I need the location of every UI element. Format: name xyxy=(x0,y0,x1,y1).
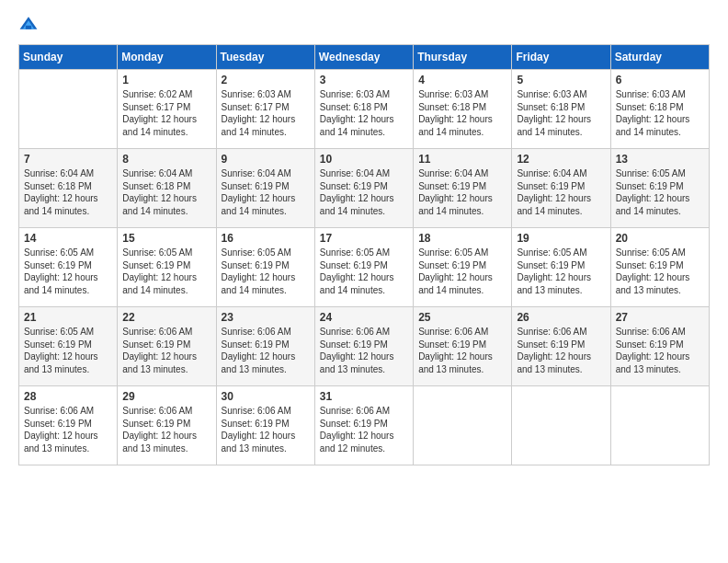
day-info: Sunrise: 6:03 AMSunset: 6:18 PMDaylight:… xyxy=(418,88,507,138)
day-cell: 2Sunrise: 6:03 AMSunset: 6:17 PMDaylight… xyxy=(216,70,314,149)
sunset-text: Sunset: 6:18 PM xyxy=(122,181,190,191)
day-number: 6 xyxy=(616,74,705,86)
sunrise-text: Sunrise: 6:05 AM xyxy=(222,247,291,258)
col-header-tuesday: Tuesday xyxy=(216,45,314,70)
day-number: 1 xyxy=(122,74,211,86)
sunset-text: Sunset: 6:19 PM xyxy=(320,260,388,270)
day-info: Sunrise: 6:06 AMSunset: 6:19 PMDaylight:… xyxy=(122,405,211,454)
day-cell: 8Sunrise: 6:04 AMSunset: 6:18 PMDaylight… xyxy=(118,149,216,228)
day-cell: 3Sunrise: 6:03 AMSunset: 6:18 PMDaylight… xyxy=(314,70,413,149)
daylight-text: Daylight: 12 hours and 14 minutes. xyxy=(122,193,197,216)
day-number: 18 xyxy=(418,232,507,245)
daylight-text: Daylight: 12 hours and 14 minutes. xyxy=(517,114,591,137)
sunset-text: Sunset: 6:19 PM xyxy=(24,339,92,350)
sunrise-text: Sunrise: 6:05 AM xyxy=(616,168,686,178)
day-info: Sunrise: 6:03 AMSunset: 6:18 PMDaylight:… xyxy=(517,88,606,138)
day-cell: 7Sunrise: 6:04 AMSunset: 6:18 PMDaylight… xyxy=(19,149,118,228)
sunrise-text: Sunrise: 6:05 AM xyxy=(320,247,390,258)
day-number: 20 xyxy=(616,232,705,245)
col-header-thursday: Thursday xyxy=(414,45,512,70)
day-number: 2 xyxy=(222,74,311,86)
daylight-text: Daylight: 12 hours and 14 minutes. xyxy=(418,114,493,137)
day-info: Sunrise: 6:06 AMSunset: 6:19 PMDaylight:… xyxy=(418,326,507,375)
daylight-text: Daylight: 12 hours and 14 minutes. xyxy=(616,193,690,216)
day-cell: 14Sunrise: 6:05 AMSunset: 6:19 PMDayligh… xyxy=(19,228,118,307)
day-cell xyxy=(610,386,709,465)
daylight-text: Daylight: 12 hours and 14 minutes. xyxy=(24,272,98,295)
daylight-text: Daylight: 12 hours and 14 minutes. xyxy=(122,114,197,137)
sunrise-text: Sunrise: 6:02 AM xyxy=(122,89,192,99)
week-row-1: 1Sunrise: 6:02 AMSunset: 6:17 PMDaylight… xyxy=(19,70,710,149)
sunrise-text: Sunrise: 6:03 AM xyxy=(222,89,291,99)
daylight-text: Daylight: 12 hours and 13 minutes. xyxy=(517,351,591,374)
sunset-text: Sunset: 6:19 PM xyxy=(418,181,486,191)
day-number: 13 xyxy=(616,153,705,166)
day-number: 10 xyxy=(320,153,409,166)
sunset-text: Sunset: 6:19 PM xyxy=(122,419,190,429)
day-number: 15 xyxy=(122,232,211,245)
sunset-text: Sunset: 6:18 PM xyxy=(616,102,684,112)
day-number: 27 xyxy=(616,311,705,324)
day-info: Sunrise: 6:03 AMSunset: 6:18 PMDaylight:… xyxy=(616,88,705,138)
day-cell: 16Sunrise: 6:05 AMSunset: 6:19 PMDayligh… xyxy=(216,228,314,307)
sunrise-text: Sunrise: 6:04 AM xyxy=(122,168,192,178)
sunrise-text: Sunrise: 6:05 AM xyxy=(517,247,586,258)
daylight-text: Daylight: 12 hours and 12 minutes. xyxy=(320,431,394,454)
day-cell: 25Sunrise: 6:06 AMSunset: 6:19 PMDayligh… xyxy=(414,307,512,386)
sunset-text: Sunset: 6:19 PM xyxy=(122,260,190,270)
calendar-header-row: SundayMondayTuesdayWednesdayThursdayFrid… xyxy=(19,45,710,70)
sunset-text: Sunset: 6:18 PM xyxy=(418,102,486,112)
sunrise-text: Sunrise: 6:05 AM xyxy=(616,247,686,258)
page: SundayMondayTuesdayWednesdayThursdayFrid… xyxy=(0,0,728,563)
daylight-text: Daylight: 12 hours and 14 minutes. xyxy=(320,272,394,295)
daylight-text: Daylight: 12 hours and 13 minutes. xyxy=(122,351,197,374)
logo-icon xyxy=(18,15,39,35)
day-info: Sunrise: 6:04 AMSunset: 6:19 PMDaylight:… xyxy=(222,167,311,217)
day-number: 28 xyxy=(24,390,113,403)
sunrise-text: Sunrise: 6:06 AM xyxy=(418,327,488,337)
sunrise-text: Sunrise: 6:06 AM xyxy=(222,327,291,337)
day-cell: 10Sunrise: 6:04 AMSunset: 6:19 PMDayligh… xyxy=(314,149,413,228)
day-cell: 23Sunrise: 6:06 AMSunset: 6:19 PMDayligh… xyxy=(216,307,314,386)
daylight-text: Daylight: 12 hours and 13 minutes. xyxy=(222,351,296,374)
day-info: Sunrise: 6:04 AMSunset: 6:18 PMDaylight:… xyxy=(24,167,113,217)
sunset-text: Sunset: 6:19 PM xyxy=(320,181,388,191)
day-cell: 29Sunrise: 6:06 AMSunset: 6:19 PMDayligh… xyxy=(118,386,216,465)
day-info: Sunrise: 6:06 AMSunset: 6:19 PMDaylight:… xyxy=(616,326,705,375)
week-row-2: 7Sunrise: 6:04 AMSunset: 6:18 PMDaylight… xyxy=(19,149,710,228)
sunrise-text: Sunrise: 6:03 AM xyxy=(418,89,488,99)
col-header-friday: Friday xyxy=(512,45,610,70)
daylight-text: Daylight: 12 hours and 13 minutes. xyxy=(320,351,394,374)
daylight-text: Daylight: 12 hours and 13 minutes. xyxy=(616,351,690,374)
day-info: Sunrise: 6:04 AMSunset: 6:19 PMDaylight:… xyxy=(320,167,409,217)
week-row-5: 28Sunrise: 6:06 AMSunset: 6:19 PMDayligh… xyxy=(19,386,710,465)
day-cell: 21Sunrise: 6:05 AMSunset: 6:19 PMDayligh… xyxy=(19,307,118,386)
daylight-text: Daylight: 12 hours and 14 minutes. xyxy=(222,193,296,216)
daylight-text: Daylight: 12 hours and 13 minutes. xyxy=(24,431,98,454)
daylight-text: Daylight: 12 hours and 13 minutes. xyxy=(418,351,493,374)
sunset-text: Sunset: 6:17 PM xyxy=(222,102,290,112)
sunset-text: Sunset: 6:19 PM xyxy=(122,339,190,350)
daylight-text: Daylight: 12 hours and 13 minutes. xyxy=(616,272,690,295)
day-number: 19 xyxy=(517,232,606,245)
day-info: Sunrise: 6:03 AMSunset: 6:17 PMDaylight:… xyxy=(222,88,311,138)
day-info: Sunrise: 6:06 AMSunset: 6:19 PMDaylight:… xyxy=(24,405,113,454)
day-number: 25 xyxy=(418,311,507,324)
day-cell xyxy=(414,386,512,465)
day-number: 9 xyxy=(222,153,311,166)
logo xyxy=(18,15,42,35)
day-number: 11 xyxy=(418,153,507,166)
sunrise-text: Sunrise: 6:05 AM xyxy=(418,247,488,258)
day-info: Sunrise: 6:02 AMSunset: 6:17 PMDaylight:… xyxy=(122,88,211,138)
day-cell: 6Sunrise: 6:03 AMSunset: 6:18 PMDaylight… xyxy=(610,70,709,149)
day-cell: 4Sunrise: 6:03 AMSunset: 6:18 PMDaylight… xyxy=(414,70,512,149)
sunset-text: Sunset: 6:19 PM xyxy=(418,260,486,270)
sunrise-text: Sunrise: 6:04 AM xyxy=(418,168,488,178)
col-header-sunday: Sunday xyxy=(19,45,118,70)
sunset-text: Sunset: 6:19 PM xyxy=(616,260,684,270)
daylight-text: Daylight: 12 hours and 13 minutes. xyxy=(122,431,197,454)
day-cell: 22Sunrise: 6:06 AMSunset: 6:19 PMDayligh… xyxy=(118,307,216,386)
svg-rect-2 xyxy=(26,26,31,29)
sunset-text: Sunset: 6:17 PM xyxy=(122,102,190,112)
day-cell: 1Sunrise: 6:02 AMSunset: 6:17 PMDaylight… xyxy=(118,70,216,149)
